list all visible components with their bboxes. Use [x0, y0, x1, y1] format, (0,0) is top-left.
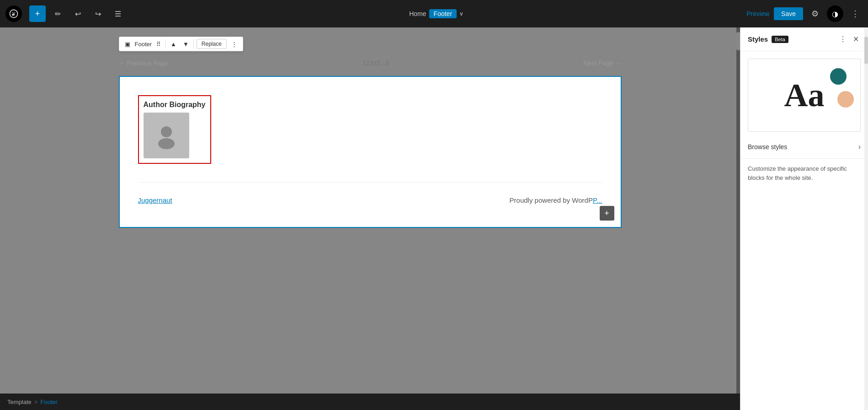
- chevron-right-icon: ›: [858, 143, 861, 151]
- main-area: ▣ Footer ⠿ ▲ ▼ Replace: [0, 27, 868, 410]
- author-bio-block[interactable]: Author Biography: [138, 95, 211, 164]
- browse-styles-row[interactable]: Browse styles ›: [740, 139, 868, 159]
- beta-badge: Beta: [772, 36, 788, 43]
- svg-point-0: [161, 126, 172, 137]
- redo-icon: ↪: [95, 10, 101, 18]
- panel-header-right: ⋮ ✕: [837, 33, 861, 45]
- replace-button[interactable]: Replace: [197, 39, 227, 49]
- gear-icon: ⚙: [811, 9, 819, 19]
- panel-close-button[interactable]: ✕: [851, 33, 861, 45]
- menu-icon: ☰: [115, 10, 121, 18]
- menu-button[interactable]: ☰: [110, 5, 126, 22]
- prev-page-link[interactable]: ← Previous Page: [119, 59, 169, 67]
- more-icon: ⋮: [839, 35, 847, 43]
- author-bio-section: Author Biography: [138, 91, 602, 164]
- footer-bottom-row: Juggernaut Proudly powered by WordPP...: [138, 182, 602, 213]
- panel-title: Styles: [748, 35, 768, 43]
- panel-scroll-thumb: [864, 37, 868, 64]
- color-dot-teal: [830, 68, 847, 85]
- bottom-breadcrumb-bar: Template > Footer: [0, 394, 740, 410]
- block-label: Footer: [135, 41, 152, 48]
- pagination-row: ← Previous Page 12345...8 Next Page →: [119, 55, 622, 76]
- template-icon: ▣: [125, 41, 130, 48]
- breadcrumb-nav: Home Footer ∨: [130, 9, 743, 18]
- footer-block[interactable]: Author Biography Juggernaut: [119, 76, 622, 228]
- author-bio-title: Author Biography: [144, 101, 206, 109]
- breadcrumb-home[interactable]: Home: [409, 10, 426, 17]
- svg-point-1: [158, 138, 175, 149]
- settings-button[interactable]: ⚙: [808, 6, 822, 21]
- chevron-down-icon[interactable]: ∨: [459, 11, 463, 17]
- preview-button[interactable]: Preview: [746, 10, 769, 17]
- breadcrumb-separator: >: [34, 399, 38, 405]
- toolbar-right: Preview Save ⚙ ◑ ⋮: [746, 5, 863, 22]
- separator: [165, 39, 166, 49]
- more-vertical-icon: ⋮: [231, 41, 237, 48]
- next-page-link[interactable]: Next Page →: [583, 59, 621, 67]
- panel-header: Styles Beta ⋮ ✕: [740, 27, 868, 51]
- block-toolbar: ▣ Footer ⠿ ▲ ▼ Replace: [119, 37, 243, 51]
- undo-icon: ↩: [75, 10, 81, 18]
- avatar-placeholder-icon: [153, 122, 180, 149]
- pagination-numbers[interactable]: 12345...8: [362, 59, 389, 67]
- panel-header-left: Styles Beta: [748, 35, 788, 43]
- powered-by-text: Proudly powered by WordPP...: [510, 196, 602, 204]
- browse-styles-label: Browse styles: [748, 143, 787, 151]
- breadcrumb-footer[interactable]: Footer: [429, 9, 457, 18]
- plus-icon: +: [604, 209, 609, 218]
- add-block-button[interactable]: +: [29, 5, 46, 22]
- add-block-bottom-button[interactable]: +: [600, 206, 614, 221]
- styles-panel: Styles Beta ⋮ ✕ Aa Browse styles › Custo…: [740, 27, 868, 410]
- author-avatar: [144, 113, 189, 158]
- more-options-button[interactable]: ⋮: [848, 6, 863, 21]
- contrast-toggle-button[interactable]: ◑: [827, 5, 843, 22]
- main-toolbar: + ✏ ↩ ↪ ☰ Home Footer ∨ Preview Save ⚙ ◑…: [0, 0, 868, 27]
- move-down-button[interactable]: ▼: [181, 40, 191, 49]
- move-up-button[interactable]: ▲: [169, 40, 178, 49]
- chevron-down-icon: ▼: [183, 41, 189, 48]
- panel-body-text: Customize the appearance of specific blo…: [740, 159, 868, 188]
- editor-area: ▣ Footer ⠿ ▲ ▼ Replace: [0, 27, 740, 410]
- template-icon-button[interactable]: ▣: [123, 40, 132, 49]
- block-more-button[interactable]: ⋮: [229, 40, 239, 49]
- editor-scroll-thumb: [736, 32, 740, 50]
- panel-scrollbar[interactable]: [864, 27, 868, 410]
- editor-canvas: ▣ Footer ⠿ ▲ ▼ Replace: [0, 27, 740, 394]
- wordpress-link[interactable]: P...: [593, 196, 602, 204]
- style-preview[interactable]: Aa: [748, 59, 861, 132]
- footer-breadcrumb[interactable]: Footer: [40, 399, 58, 405]
- wp-logo[interactable]: [5, 5, 22, 22]
- close-icon: ✕: [853, 35, 859, 43]
- save-button[interactable]: Save: [774, 7, 803, 20]
- style-preview-text: Aa: [784, 79, 825, 112]
- drag-icon: ⠿: [156, 41, 161, 48]
- contrast-icon: ◑: [832, 10, 838, 18]
- template-breadcrumb: Template: [7, 399, 32, 405]
- site-name-link[interactable]: Juggernaut: [138, 196, 172, 204]
- chevron-up-icon: ▲: [170, 41, 176, 48]
- editor-scrollbar[interactable]: [736, 27, 740, 394]
- pencil-icon: ✏: [55, 10, 61, 18]
- color-dot-peach: [837, 91, 854, 108]
- panel-more-button[interactable]: ⋮: [837, 33, 848, 45]
- undo-button[interactable]: ↩: [69, 5, 86, 22]
- separator2: [193, 39, 194, 49]
- more-icon: ⋮: [851, 9, 859, 19]
- edit-icon-button[interactable]: ✏: [49, 5, 66, 22]
- drag-handle-button[interactable]: ⠿: [154, 40, 163, 49]
- redo-button[interactable]: ↪: [90, 5, 106, 22]
- canvas-inner: ▣ Footer ⠿ ▲ ▼ Replace: [119, 37, 622, 228]
